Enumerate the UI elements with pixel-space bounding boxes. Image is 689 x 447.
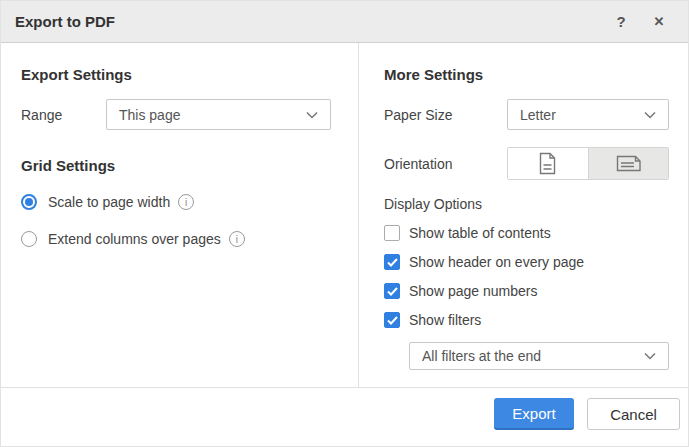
export-settings-column: Export Settings Range This page Grid Set… bbox=[1, 43, 359, 387]
paper-size-label: Paper Size bbox=[384, 107, 507, 123]
checkbox-show-header-on-every-page[interactable]: Show header on every page bbox=[384, 254, 670, 270]
chevron-down-icon bbox=[644, 111, 656, 119]
dialog-body: Export Settings Range This page Grid Set… bbox=[1, 43, 688, 387]
range-dropdown-value: This page bbox=[119, 107, 306, 123]
radio-extend-columns-over-pages[interactable]: Extend columns over pages i bbox=[21, 231, 340, 247]
cancel-button[interactable]: Cancel bbox=[587, 398, 680, 430]
checkbox-label: Show header on every page bbox=[409, 254, 584, 270]
checkbox-checked-icon[interactable] bbox=[384, 312, 400, 328]
paper-size-dropdown[interactable]: Letter bbox=[507, 99, 669, 130]
paper-size-dropdown-value: Letter bbox=[520, 107, 644, 123]
dialog-footer: Export Cancel bbox=[1, 387, 688, 446]
info-icon[interactable]: i bbox=[178, 194, 194, 210]
radio-unselected-icon[interactable] bbox=[21, 231, 37, 247]
checkbox-label: Show filters bbox=[409, 312, 481, 328]
orientation-portrait-button[interactable] bbox=[508, 148, 588, 179]
radio-label: Scale to page width bbox=[48, 194, 170, 210]
radio-selected-icon[interactable] bbox=[21, 194, 37, 210]
chevron-down-icon bbox=[644, 352, 656, 360]
grid-settings-heading: Grid Settings bbox=[21, 157, 340, 174]
more-settings-column: More Settings Paper Size Letter Orientat… bbox=[359, 43, 688, 387]
orientation-landscape-button[interactable] bbox=[588, 148, 669, 179]
display-options-label: Display Options bbox=[384, 196, 670, 212]
checkbox-checked-icon[interactable] bbox=[384, 283, 400, 299]
range-dropdown[interactable]: This page bbox=[106, 99, 331, 130]
orientation-toggle-group bbox=[507, 147, 669, 180]
chevron-down-icon bbox=[306, 111, 318, 119]
range-row: Range This page bbox=[21, 99, 340, 130]
checkbox-show-table-of-contents[interactable]: Show table of contents bbox=[384, 225, 670, 241]
more-settings-heading: More Settings bbox=[384, 66, 670, 83]
checkbox-show-page-numbers[interactable]: Show page numbers bbox=[384, 283, 670, 299]
close-icon[interactable]: ✕ bbox=[646, 9, 672, 35]
range-label: Range bbox=[21, 107, 106, 123]
checkbox-label: Show page numbers bbox=[409, 283, 537, 299]
checkbox-label: Show table of contents bbox=[409, 225, 551, 241]
radio-scale-to-page-width[interactable]: Scale to page width i bbox=[21, 194, 340, 210]
dialog-titlebar: Export to PDF ? ✕ bbox=[1, 1, 688, 43]
export-button[interactable]: Export bbox=[494, 398, 574, 430]
help-icon[interactable]: ? bbox=[608, 9, 634, 35]
filters-position-dropdown[interactable]: All filters at the end bbox=[409, 342, 669, 370]
radio-label: Extend columns over pages bbox=[48, 231, 221, 247]
portrait-page-icon bbox=[538, 152, 557, 175]
orientation-label: Orientation bbox=[384, 156, 507, 172]
checkbox-checked-icon[interactable] bbox=[384, 254, 400, 270]
dialog-title: Export to PDF bbox=[15, 13, 115, 30]
checkbox-unchecked-icon[interactable] bbox=[384, 225, 400, 241]
export-settings-heading: Export Settings bbox=[21, 66, 340, 83]
export-to-pdf-dialog: Export to PDF ? ✕ Export Settings Range … bbox=[0, 0, 689, 447]
info-icon[interactable]: i bbox=[229, 231, 245, 247]
paper-size-row: Paper Size Letter bbox=[384, 99, 670, 130]
checkbox-show-filters[interactable]: Show filters bbox=[384, 312, 670, 328]
orientation-row: Orientation bbox=[384, 147, 670, 180]
landscape-page-icon bbox=[616, 154, 641, 173]
filters-position-dropdown-value: All filters at the end bbox=[422, 348, 644, 364]
